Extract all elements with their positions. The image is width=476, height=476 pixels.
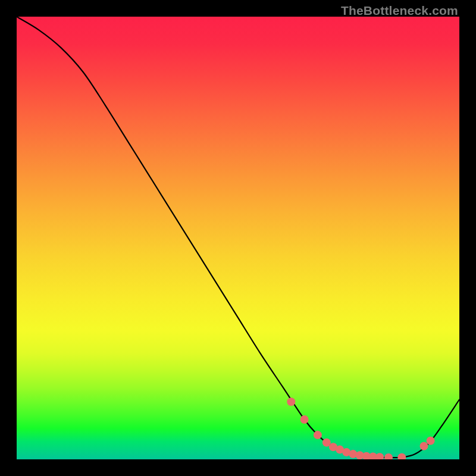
bottleneck-curve <box>17 17 459 458</box>
highlight-dot <box>397 453 406 459</box>
highlight-dot <box>375 453 384 459</box>
highlight-dot <box>300 415 309 424</box>
curve-layer <box>17 17 459 459</box>
highlight-dots <box>287 397 434 459</box>
chart-frame: TheBottleneck.com <box>0 0 476 476</box>
highlight-dot <box>384 453 393 459</box>
highlight-dot <box>420 442 428 450</box>
plot-area <box>17 17 459 459</box>
highlight-dot <box>427 437 435 445</box>
highlight-dot <box>314 431 322 439</box>
highlight-dot <box>287 397 295 406</box>
brand-label: TheBottleneck.com <box>341 4 458 18</box>
